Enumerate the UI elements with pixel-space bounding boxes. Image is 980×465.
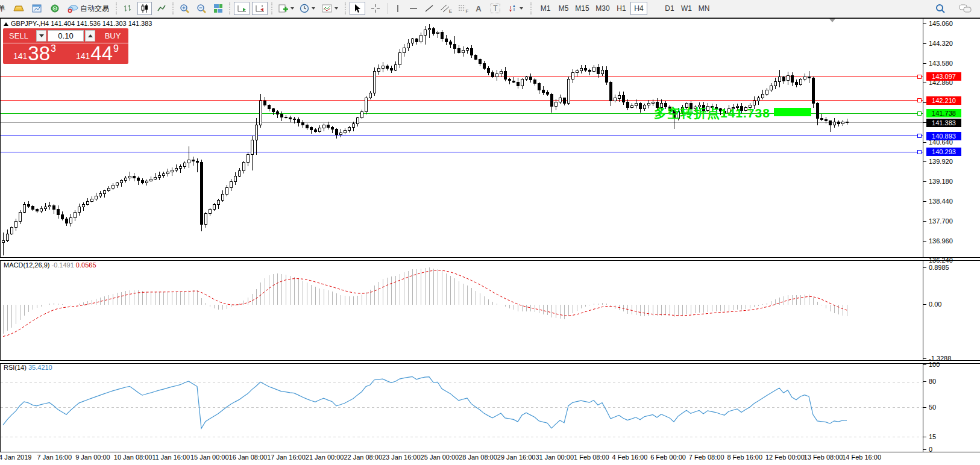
signals-icon[interactable] bbox=[48, 2, 61, 15]
volume-decrease-button[interactable] bbox=[36, 30, 46, 42]
crosshair-button[interactable] bbox=[368, 2, 383, 15]
new-order-button[interactable] bbox=[276, 2, 295, 15]
search-button[interactable] bbox=[933, 2, 947, 15]
text-button[interactable]: A bbox=[473, 2, 485, 15]
tile-windows-button[interactable] bbox=[211, 2, 225, 15]
ask-price-display[interactable]: 141 44 9 bbox=[66, 43, 128, 64]
up-arrow-icon bbox=[88, 34, 93, 37]
line-chart-button[interactable] bbox=[154, 2, 169, 15]
timeframe-h1-button[interactable]: H1 bbox=[614, 2, 629, 15]
symbol-ohlc-text: GBPJPY-,H4 141.404 141.536 141.303 141.3… bbox=[11, 20, 152, 27]
zoom-out-button[interactable] bbox=[194, 2, 209, 15]
chart-shift-marker[interactable] bbox=[829, 19, 835, 22]
price-label-chip: 140.893 bbox=[926, 132, 961, 140]
autotrading-cloud-icon bbox=[67, 4, 79, 13]
trendline-icon bbox=[424, 4, 434, 13]
indicators-button[interactable] bbox=[319, 2, 340, 15]
timeframe-m30-button[interactable]: M30 bbox=[593, 2, 612, 15]
autotrading-button[interactable]: 自动交易 bbox=[64, 2, 112, 15]
timeframe-h4-button[interactable]: H4 bbox=[630, 2, 647, 15]
rsi-name: RSI(14) bbox=[4, 364, 27, 371]
line-handle[interactable] bbox=[917, 75, 921, 78]
toolbar: 单 自动交易 bbox=[0, 0, 980, 17]
timeframe-d1-button[interactable]: D1 bbox=[662, 2, 677, 15]
price-tick-label: 144.320 bbox=[929, 40, 953, 47]
bid-price-display[interactable]: 141 38 3 bbox=[4, 43, 66, 64]
zoom-in-button[interactable] bbox=[177, 2, 192, 15]
line-handle[interactable] bbox=[917, 134, 921, 138]
vertical-line-icon bbox=[394, 4, 401, 13]
equidistant-channel-button[interactable]: E bbox=[439, 2, 453, 15]
new-order-text-button[interactable]: 单 bbox=[0, 2, 7, 15]
rsi-tick-label: 0 bbox=[929, 446, 932, 453]
fibonacci-letter: F bbox=[466, 8, 469, 14]
chart-canvas[interactable] bbox=[0, 0, 980, 465]
bar-chart-button[interactable] bbox=[121, 2, 135, 15]
symbol-info-bar[interactable]: GBPJPY-,H4 141.404 141.536 141.303 141.3… bbox=[4, 20, 152, 27]
gold-ingot-icon[interactable] bbox=[12, 2, 25, 15]
time-axis-label: 25 Jan 00:00 bbox=[421, 454, 459, 461]
buy-button[interactable]: BUY bbox=[97, 28, 128, 43]
volume-input[interactable] bbox=[48, 30, 84, 42]
crosshair-icon bbox=[371, 4, 380, 13]
rsi-pane-splitter[interactable] bbox=[0, 360, 980, 364]
timeframe-m15-button[interactable]: M15 bbox=[573, 2, 592, 15]
one-click-trading-panel: SELL BUY 141 38 3 141 44 9 bbox=[3, 28, 128, 64]
auto-scroll-button[interactable] bbox=[234, 2, 250, 15]
price-tick-label: 136.240 bbox=[929, 257, 953, 264]
sell-button[interactable]: SELL bbox=[3, 28, 34, 43]
time-axis-label: 12 Feb 00:00 bbox=[765, 454, 805, 461]
macd-signal-value: 0.0565 bbox=[76, 261, 96, 269]
line-handle[interactable] bbox=[917, 150, 921, 154]
collapse-triangle-icon[interactable] bbox=[4, 22, 8, 26]
toolbar-grip bbox=[229, 2, 231, 14]
price-tick-label: 143.580 bbox=[929, 60, 953, 67]
rsi-line bbox=[3, 376, 847, 428]
chat-icon bbox=[959, 4, 972, 13]
price-axis[interactable]: 145.060144.320143.580142.860142.120141.3… bbox=[923, 18, 980, 452]
toolbar-grip bbox=[345, 2, 347, 14]
toolbar-grip bbox=[271, 2, 274, 14]
time-axis-label: 9 Jan 00:00 bbox=[75, 454, 110, 461]
periods-button[interactable] bbox=[298, 2, 317, 15]
cursor-button[interactable] bbox=[350, 2, 365, 15]
time-axis-label: 28 Jan 08:00 bbox=[459, 454, 497, 461]
line-handle[interactable] bbox=[917, 99, 921, 102]
toolbar-separator bbox=[387, 3, 388, 14]
volume-increase-button[interactable] bbox=[85, 30, 95, 42]
price-label-chip: 141.738 bbox=[926, 109, 961, 117]
price-label-chip: 140.293 bbox=[926, 148, 961, 156]
new-chart-icon[interactable] bbox=[30, 2, 43, 15]
gold-ingot-glyph bbox=[13, 4, 24, 13]
horizontal-line-icon bbox=[409, 4, 418, 13]
fibonacci-button[interactable]: F bbox=[456, 2, 470, 15]
macd-tick-label: 0.8985 bbox=[929, 264, 949, 271]
toolbar-grip bbox=[116, 2, 118, 14]
annotation-text[interactable]: 多空转折点141.738 bbox=[654, 105, 770, 122]
timeframe-m1-button[interactable]: M1 bbox=[538, 2, 553, 15]
trendline-button[interactable] bbox=[423, 2, 435, 15]
rsi-tick-label: 100 bbox=[929, 361, 940, 368]
timeframe-w1-button[interactable]: W1 bbox=[679, 2, 694, 15]
time-axis-label: 21 Jan 00:00 bbox=[306, 454, 344, 461]
bid-big-digits: 38 bbox=[28, 45, 50, 63]
horizontal-line-button[interactable] bbox=[407, 2, 419, 15]
vertical-line-button[interactable] bbox=[392, 2, 404, 15]
candlestick-chart-button[interactable] bbox=[137, 2, 152, 15]
down-arrow-icon bbox=[39, 34, 44, 37]
chart-shift-button[interactable] bbox=[252, 2, 268, 15]
signals-glyph bbox=[49, 4, 60, 13]
macd-pane-splitter[interactable] bbox=[0, 257, 980, 261]
timeframe-mn-button[interactable]: MN bbox=[696, 2, 712, 15]
highlight-rectangle-object[interactable] bbox=[774, 108, 811, 116]
macd-tick-label: 0.00 bbox=[929, 301, 941, 308]
dropdown-caret-icon bbox=[291, 7, 294, 10]
timeframe-m5-button[interactable]: M5 bbox=[556, 2, 571, 15]
new-order-icon bbox=[278, 4, 288, 13]
chat-button[interactable] bbox=[956, 2, 975, 15]
line-handle[interactable] bbox=[917, 111, 921, 115]
text-label-button[interactable]: T bbox=[488, 2, 503, 15]
arrows-button[interactable] bbox=[505, 2, 526, 15]
toolbar-grip bbox=[530, 2, 533, 14]
time-axis-label: 23 Jan 16:00 bbox=[382, 454, 421, 461]
